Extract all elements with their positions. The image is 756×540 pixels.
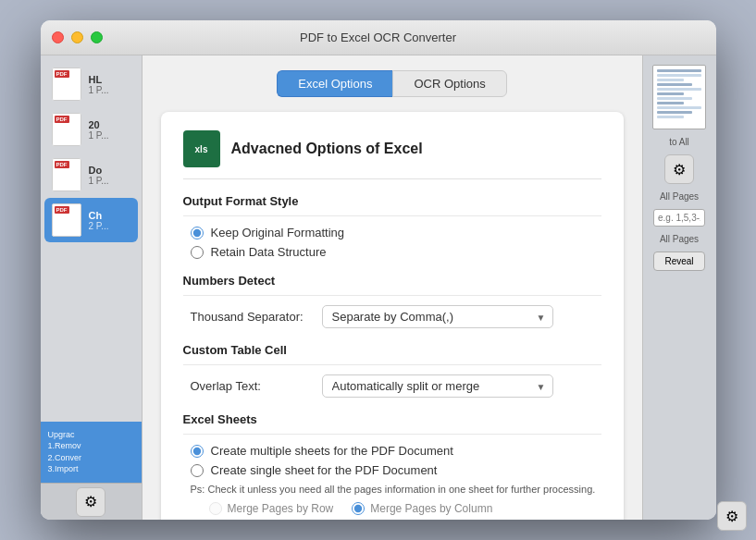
to-all-label: to All xyxy=(669,137,689,147)
merge-by-column-label: Merge Pages by Column xyxy=(370,502,492,515)
merge-by-row-input[interactable] xyxy=(209,502,222,515)
radio-multiple-sheets[interactable]: Create multiple sheets for the PDF Docum… xyxy=(191,444,601,458)
pdf-icon-0: PDF xyxy=(52,68,81,101)
sidebar-item-name-0: HL xyxy=(89,74,109,85)
sidebar-item-pages-3: 2 P... xyxy=(89,221,109,231)
radio-retain-data-label: Retain Data Structure xyxy=(211,245,327,259)
main-window: PDF to Excel OCR Converter PDF HL 1 P... xyxy=(41,20,716,520)
radio-multiple-sheets-input[interactable] xyxy=(191,445,204,458)
sidebar-footer: ⚙ xyxy=(41,483,142,520)
sidebar-item-name-1: 20 xyxy=(89,119,109,130)
reveal-button[interactable]: Reveal xyxy=(653,252,705,271)
merge-options: Merge Pages by Row Merge Pages by Column xyxy=(183,502,601,515)
thousand-separator-label: Thousand Separator: xyxy=(191,310,311,324)
panel-title: Advacned Options of Excel xyxy=(231,141,423,157)
section-excel-sheets: Excel Sheets Create multiple sheets for … xyxy=(183,412,601,515)
radio-keep-original-input[interactable] xyxy=(191,227,204,239)
page-range-input[interactable] xyxy=(653,209,705,227)
merge-by-column-input[interactable] xyxy=(352,502,365,515)
sidebar-item-pages-2: 1 P... xyxy=(89,176,109,186)
sidebar-item-1[interactable]: PDF 20 1 P... xyxy=(44,107,138,152)
pdf-icon-1: PDF xyxy=(52,113,81,146)
radio-retain-data[interactable]: Retain Data Structure xyxy=(191,245,601,259)
sidebar-items: PDF HL 1 P... PDF 20 xyxy=(41,55,142,422)
tab-ocr-options[interactable]: OCR Options xyxy=(392,70,506,97)
window-title: PDF to Excel OCR Converter xyxy=(300,31,456,44)
main-content: Excel Options OCR Options xls Advacned O… xyxy=(143,55,642,520)
pdf-icon-2: PDF xyxy=(52,158,81,191)
numbers-detect-title: Numbers Detect xyxy=(183,274,601,288)
overlap-text-wrapper: Automatically split or merge Always spli… xyxy=(322,374,553,398)
all-pages-badge: All Pages xyxy=(660,234,699,244)
merge-by-column-option[interactable]: Merge Pages by Column xyxy=(352,502,492,515)
titlebar: PDF to Excel OCR Converter xyxy=(41,20,716,55)
output-format-options: Keep Original Formatting Retain Data Str… xyxy=(183,226,601,259)
radio-retain-data-input[interactable] xyxy=(191,246,204,259)
sidebar-item-pages-1: 1 P... xyxy=(89,130,109,141)
panel-header: xls Advacned Options of Excel xyxy=(183,130,601,179)
section-output-format: Output Format Style Keep Original Format… xyxy=(183,194,601,259)
custom-table-title: Custom Table Cell xyxy=(183,343,601,357)
thousand-separator-row: Thousand Separator: Separate by Comma(,)… xyxy=(183,305,601,328)
all-pages-label: All Pages xyxy=(660,191,699,202)
right-gear-button[interactable]: ⚙ xyxy=(664,154,694,184)
close-button[interactable] xyxy=(52,31,64,43)
radio-single-sheet-label: Create single sheet for the PDF Document xyxy=(211,463,438,477)
radio-single-sheet[interactable]: Create single sheet for the PDF Document xyxy=(191,463,601,477)
sidebar-item-3[interactable]: PDF Ch 2 P... xyxy=(44,198,138,242)
sidebar-item-2[interactable]: PDF Do 1 P... xyxy=(44,153,138,197)
radio-single-sheet-input[interactable] xyxy=(191,464,204,477)
excel-icon: xls xyxy=(183,130,220,167)
sidebar-item-info-0: HL 1 P... xyxy=(89,74,109,95)
minimize-button[interactable] xyxy=(71,31,83,43)
sidebar-item-info-3: Ch 2 P... xyxy=(89,210,109,231)
excel-sheets-options: Create multiple sheets for the PDF Docum… xyxy=(183,444,601,477)
bottom-gear-button[interactable]: ⚙ xyxy=(717,501,747,531)
excel-sheets-title: Excel Sheets xyxy=(183,412,601,426)
overlap-text-row: Overlap Text: Automatically split or mer… xyxy=(183,374,601,398)
traffic-lights xyxy=(52,31,103,43)
tab-bar: Excel Options OCR Options xyxy=(161,70,624,97)
maximize-button[interactable] xyxy=(91,31,103,43)
sidebar-item-name-2: Do xyxy=(89,165,109,176)
merge-by-row-label: Merge Pages by Row xyxy=(228,502,334,515)
overlap-text-label: Overlap Text: xyxy=(191,379,311,393)
radio-multiple-sheets-label: Create multiple sheets for the PDF Docum… xyxy=(211,444,453,458)
tab-excel-options[interactable]: Excel Options xyxy=(277,70,392,97)
excel-sheets-note: Ps: Check it unless you need all the pag… xyxy=(183,483,601,497)
dialog-area: Excel Options OCR Options xls Advacned O… xyxy=(143,55,642,520)
section-custom-table: Custom Table Cell Overlap Text: Automati… xyxy=(183,343,601,398)
sidebar-gear-button[interactable]: ⚙ xyxy=(76,487,105,517)
thousand-separator-wrapper: Separate by Comma(,) Separate by Dot(.) … xyxy=(322,305,553,328)
sidebar: PDF HL 1 P... PDF 20 xyxy=(41,55,143,520)
sidebar-item-0[interactable]: PDF HL 1 P... xyxy=(44,62,138,106)
window-body: PDF HL 1 P... PDF 20 xyxy=(41,55,716,520)
thousand-separator-select[interactable]: Separate by Comma(,) Separate by Dot(.) … xyxy=(322,305,553,328)
output-format-title: Output Format Style xyxy=(183,194,601,208)
sidebar-item-name-3: Ch xyxy=(89,210,109,221)
sidebar-upgrade: Upgrac 1.Remov 2.Conver 3.Import xyxy=(41,422,142,483)
sidebar-item-info-2: Do 1 P... xyxy=(89,165,109,186)
section-numbers-detect: Numbers Detect Thousand Separator: Separ… xyxy=(183,274,601,328)
options-panel: xls Advacned Options of Excel Output For… xyxy=(161,112,624,520)
right-panel: to All ⚙ All Pages All Pages Reveal xyxy=(642,55,716,520)
merge-by-row-option[interactable]: Merge Pages by Row xyxy=(209,502,334,515)
radio-keep-original[interactable]: Keep Original Formatting xyxy=(191,226,601,239)
overlap-text-select[interactable]: Automatically split or merge Always spli… xyxy=(322,374,553,398)
sidebar-item-info-1: 20 1 P... xyxy=(89,119,109,141)
pdf-icon-3: PDF xyxy=(52,203,81,237)
preview-thumbnail xyxy=(652,65,706,129)
sidebar-item-pages-0: 1 P... xyxy=(89,85,109,95)
radio-keep-original-label: Keep Original Formatting xyxy=(211,226,345,239)
